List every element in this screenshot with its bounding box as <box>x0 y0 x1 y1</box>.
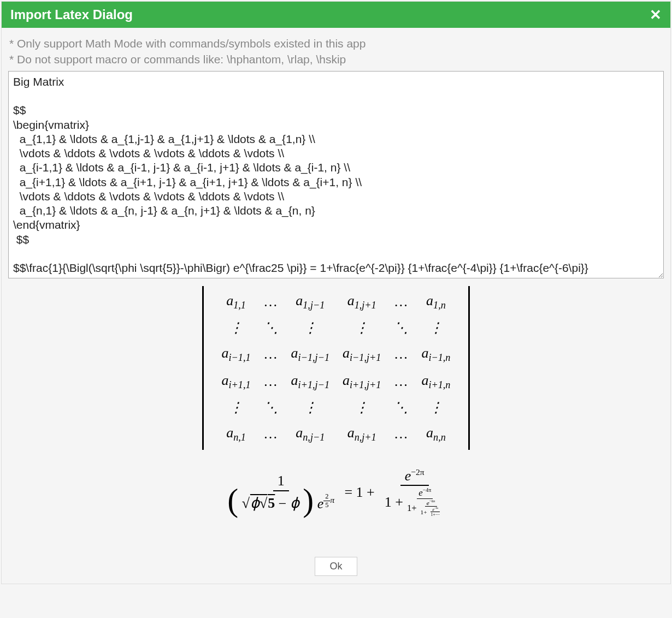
matrix-preview: a1,1…a1,j−1a1,j+1…a1,n⋮⋱⋮⋮⋱⋮ai−1,1…ai−1,… <box>197 286 476 450</box>
matrix-cell: ⋮ <box>221 397 251 418</box>
lhs-fraction: 1 ( 5 − ) e25 <box>223 472 339 513</box>
matrix-left-bar <box>202 286 204 450</box>
matrix-cell: ai+1,j−1 <box>291 370 330 393</box>
matrix-cell: … <box>393 290 409 313</box>
matrix-cell: an,1 <box>221 423 251 445</box>
matrix-cell: ai+1,n <box>421 370 451 393</box>
matrix-cell: ⋮ <box>221 318 251 338</box>
rhs-fraction-level-2: e−4π 1+ e−6π 1+ e−8π 1+⋯ <box>405 487 445 517</box>
matrix-cell: ai+1,j+1 <box>342 370 381 393</box>
help-text: * Only support Math Mode with commands/s… <box>2 28 670 71</box>
matrix-row: ⋮⋱⋮⋮⋱⋮ <box>221 397 451 418</box>
right-paren-icon: ) <box>303 482 314 518</box>
equation-preview: 1 ( 5 − ) e25 = 1 + e−2π 1 + e−4π <box>223 466 449 519</box>
matrix-cell: ai+1,1 <box>221 370 251 393</box>
matrix-cell: ⋱ <box>263 318 279 338</box>
matrix-row: a1,1…a1,j−1a1,j+1…a1,n <box>221 290 451 313</box>
matrix-cell: ⋮ <box>342 318 381 338</box>
minus-phi: − <box>279 495 299 511</box>
sqrt-icon <box>242 495 250 511</box>
matrix-cell: a1,n <box>421 290 451 313</box>
latex-input[interactable] <box>8 71 664 278</box>
matrix-cell: a1,1 <box>221 290 251 313</box>
dialog-title: Import Latex Dialog <box>10 7 133 22</box>
matrix-right-bar <box>468 286 470 450</box>
matrix-cell: ⋮ <box>291 397 330 418</box>
matrix-cell: … <box>263 370 279 393</box>
rhs-fraction-level-3: e−6π 1+ e−8π 1+⋯ <box>419 499 443 517</box>
matrix-cell: … <box>263 343 279 366</box>
help-line-2: * Do not support macro or commands like:… <box>9 51 663 67</box>
dialog-footer: Ok <box>2 554 670 584</box>
matrix-cell: ai−1,1 <box>221 343 251 366</box>
inner-sqrt-icon <box>260 495 267 511</box>
matrix-cell: ⋮ <box>291 318 330 338</box>
rhs-fraction-level-4: e−8π 1+⋯ <box>429 507 441 518</box>
matrix-cell: … <box>263 423 279 445</box>
lhs-numerator: 1 <box>273 472 289 491</box>
matrix-row: ai+1,1…ai+1,j−1ai+1,j+1…ai+1,n <box>221 370 451 393</box>
matrix-cell: ⋱ <box>263 397 279 418</box>
close-icon[interactable]: ✕ <box>650 8 662 22</box>
matrix-cell: ai−1,j+1 <box>342 343 381 366</box>
matrix-cell: ⋱ <box>393 397 409 418</box>
matrix-table: a1,1…a1,j−1a1,j+1…a1,n⋮⋱⋮⋮⋱⋮ai−1,1…ai−1,… <box>209 286 463 450</box>
rhs-fraction-level-1: e−2π 1 + e−4π 1+ e−6π 1+ e <box>380 466 449 519</box>
eq-sign: = 1 + <box>344 484 374 501</box>
matrix-row: an,1…an,j−1an,j+1…an,n <box>221 423 451 445</box>
matrix-cell: an,n <box>421 423 451 445</box>
preview-pane: a1,1…a1,j−1a1,j+1…a1,n⋮⋱⋮⋮⋱⋮ai−1,1…ai−1,… <box>2 281 670 554</box>
matrix-cell: ⋮ <box>421 397 451 418</box>
lhs-exponent: 25 <box>323 495 334 504</box>
matrix-cell: … <box>393 343 409 366</box>
help-line-1: * Only support Math Mode with commands/s… <box>9 35 663 51</box>
matrix-cell: ⋮ <box>421 318 451 338</box>
matrix-cell: an,j+1 <box>342 423 381 445</box>
matrix-row: ⋮⋱⋮⋮⋱⋮ <box>221 318 451 338</box>
matrix-cell: a1,j+1 <box>342 290 381 313</box>
matrix-cell: ai−1,j−1 <box>291 343 330 366</box>
ok-button[interactable]: Ok <box>315 557 357 576</box>
matrix-cell: a1,j−1 <box>291 290 330 313</box>
matrix-cell: an,j−1 <box>291 423 330 445</box>
matrix-cell: … <box>393 423 409 445</box>
lhs-denominator: ( 5 − ) e25 <box>223 491 339 513</box>
left-paren-icon: ( <box>227 482 238 518</box>
matrix-cell: ⋮ <box>342 397 381 418</box>
matrix-cell: … <box>393 370 409 393</box>
matrix-cell: … <box>263 290 279 313</box>
matrix-cell: ai−1,n <box>421 343 451 366</box>
matrix-cell: ⋱ <box>393 318 409 338</box>
import-latex-dialog: Import Latex Dialog ✕ * Only support Mat… <box>1 1 671 584</box>
matrix-row: ai−1,1…ai−1,j−1ai−1,j+1…ai−1,n <box>221 343 451 366</box>
dialog-titlebar: Import Latex Dialog ✕ <box>2 2 670 28</box>
e-base: e <box>317 495 324 511</box>
sqrt-content: 5 <box>250 495 275 511</box>
